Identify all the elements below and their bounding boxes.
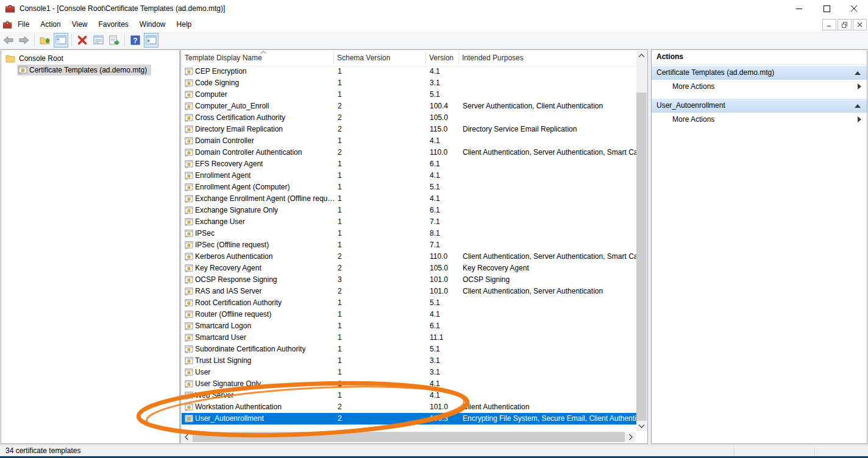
forward-button[interactable] [16, 33, 31, 48]
cell-version: 100.3 [430, 413, 448, 425]
vertical-scrollbar-thumb[interactable] [636, 93, 647, 421]
table-row[interactable]: User Signature Only 1 4.1 [182, 378, 638, 390]
menu-window[interactable]: Window [134, 18, 171, 30]
column-header-template-display-name[interactable]: Template Display Name [185, 50, 262, 66]
actions-section-certificate-templates[interactable]: Certificate Templates (ad.demo.mtg) [652, 66, 867, 80]
table-row[interactable]: Exchange Signature Only 1 6.1 [182, 205, 638, 216]
scroll-right-arrow[interactable] [625, 432, 636, 442]
status-divider [734, 446, 735, 456]
up-one-level-button[interactable] [38, 33, 52, 48]
table-row[interactable]: Directory Email Replication 2 115.0 Dire… [182, 124, 638, 135]
menu-action[interactable]: Action [35, 18, 66, 30]
certificate-template-icon [185, 172, 193, 180]
table-row[interactable]: Enrollment Agent (Computer) 1 5.1 [182, 181, 638, 193]
table-row[interactable]: Router (Offline request) 1 4.1 [182, 309, 638, 320]
more-actions-certificate-templates[interactable]: More Actions [652, 80, 867, 94]
mdi-minimize-button[interactable] [822, 19, 836, 30]
toolbar: ? [0, 32, 868, 49]
certificate-template-icon [185, 91, 193, 99]
column-header-version[interactable]: Version [429, 50, 454, 66]
close-button[interactable] [841, 0, 868, 17]
more-actions-label: More Actions [672, 115, 714, 124]
column-header-intended-purposes[interactable]: Intended Purposes [462, 50, 524, 66]
table-row[interactable]: Kerberos Authentication 2 110.0 Client A… [182, 251, 638, 262]
table-row[interactable]: CEP Encryption 1 4.1 [182, 66, 638, 77]
maximize-button[interactable] [813, 0, 841, 17]
cell-version: 5.1 [430, 297, 440, 309]
table-row[interactable]: Domain Controller 1 4.1 [182, 135, 638, 147]
certificate-template-icon [185, 392, 193, 400]
table-row[interactable]: IPSec (Offline request) 1 7.1 [182, 239, 638, 251]
menu-view[interactable]: View [66, 18, 93, 30]
tree-item-console-root[interactable]: Console Root [1, 52, 179, 64]
column-header-schema-version[interactable]: Schema Version [337, 50, 390, 66]
properties-button[interactable] [91, 33, 105, 48]
table-row[interactable]: Smartcard Logon 1 6.1 [182, 320, 638, 332]
table-row[interactable]: Domain Controller Authentication 2 110.0… [182, 147, 638, 158]
show-console-tree-button[interactable] [54, 33, 68, 48]
cell-version: 3.1 [430, 77, 440, 89]
cell-schema-version: 1 [338, 355, 342, 367]
cell-template-display-name: Directory Email Replication [195, 124, 283, 135]
table-row[interactable]: User_Autoenrollment 2 100.3 Encrypting F… [182, 413, 638, 425]
menu-file[interactable]: File [12, 18, 35, 30]
cell-version: 11.1 [430, 332, 443, 344]
scroll-left-arrow[interactable] [182, 432, 192, 442]
table-row[interactable]: Exchange User 1 7.1 [182, 216, 638, 228]
table-row[interactable]: Workstation Authentication 2 101.0 Clien… [182, 401, 638, 413]
table-row[interactable]: Web Server 1 4.1 [182, 390, 638, 401]
cell-schema-version: 1 [338, 367, 342, 378]
menu-help[interactable]: Help [171, 18, 197, 30]
horizontal-scrollbar[interactable] [182, 432, 636, 442]
help-button[interactable]: ? [128, 33, 143, 48]
table-row[interactable]: Subordinate Certification Authority 1 5.… [182, 344, 638, 355]
cell-intended-purposes: Client Authentication, Server Authentica… [463, 147, 638, 158]
table-row[interactable]: Root Certification Authority 1 5.1 [182, 297, 638, 309]
actions-section-user-autoenrollment[interactable]: User_Autoenrollment [652, 99, 867, 113]
table-row[interactable]: Key Recovery Agent 2 105.0 Key Recovery … [182, 262, 638, 274]
minimize-button[interactable] [786, 0, 813, 17]
table-row[interactable]: Trust List Signing 1 3.1 [182, 355, 638, 367]
export-list-icon [109, 35, 119, 45]
more-actions-user-autoenrollment[interactable]: More Actions [652, 113, 867, 127]
back-button[interactable] [1, 33, 15, 48]
properties-icon [93, 35, 104, 44]
show-action-pane-button[interactable] [144, 33, 158, 48]
column-divider[interactable] [425, 51, 426, 65]
cell-schema-version: 2 [338, 100, 342, 112]
menu-favorites[interactable]: Favorites [93, 18, 134, 30]
cell-schema-version: 1 [338, 66, 342, 77]
collapse-section-icon[interactable] [855, 104, 861, 108]
table-row[interactable]: RAS and IAS Server 2 101.0 Client Authen… [182, 286, 638, 297]
cell-schema-version: 2 [338, 124, 342, 135]
mdi-restore-button[interactable] [838, 19, 852, 30]
table-row[interactable]: Exchange Enrollment Agent (Offline reque… [182, 193, 638, 205]
column-divider[interactable] [333, 51, 334, 65]
scroll-down-arrow[interactable] [636, 421, 647, 431]
table-row[interactable]: Enrollment Agent 1 4.1 [182, 170, 638, 181]
cell-schema-version: 2 [338, 262, 342, 274]
scroll-up-arrow[interactable] [636, 51, 647, 61]
table-row[interactable]: Code Signing 1 3.1 [182, 77, 638, 89]
table-row[interactable]: EFS Recovery Agent 1 6.1 [182, 158, 638, 170]
mdi-close-button[interactable] [853, 19, 867, 30]
table-row[interactable]: User 1 3.1 [182, 367, 638, 378]
table-row[interactable]: Computer 1 5.1 [182, 89, 638, 100]
table-row[interactable]: OCSP Response Signing 3 101.0 OCSP Signi… [182, 274, 638, 286]
collapse-section-icon[interactable] [855, 71, 861, 75]
delete-button[interactable] [75, 33, 90, 48]
column-divider[interactable] [458, 51, 459, 65]
table-row[interactable]: IPSec 1 8.1 [182, 228, 638, 239]
table-row[interactable]: Computer_Auto_Enroll 2 100.4 Server Auth… [182, 100, 638, 112]
cell-version: 7.1 [430, 239, 440, 251]
mdi-window-controls [822, 19, 867, 30]
horizontal-scrollbar-thumb[interactable] [193, 432, 625, 442]
menu-bar: File Action View Favorites Window Help [0, 17, 868, 32]
vertical-scrollbar[interactable] [636, 51, 647, 431]
show-action-pane-icon [146, 35, 157, 44]
certificate-template-icon [185, 68, 193, 76]
tree-item-certificate-templates[interactable]: Certificate Templates (ad.demo.mtg) [17, 64, 179, 76]
table-row[interactable]: Smartcard User 1 11.1 [182, 332, 638, 344]
export-list-button[interactable] [107, 33, 121, 48]
table-row[interactable]: Cross Certification Authority 2 105.0 [182, 112, 638, 124]
